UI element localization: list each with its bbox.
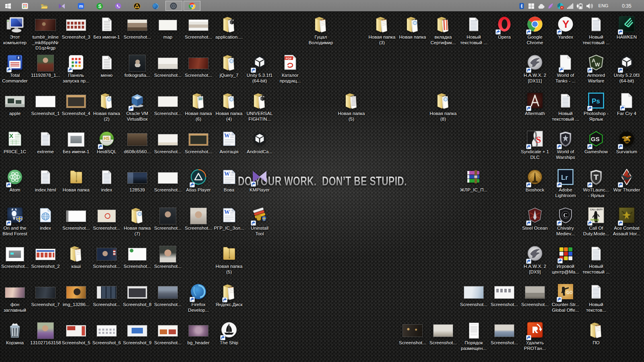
svg-text:HS: HS — [104, 136, 110, 141]
svg-text:X: X — [9, 132, 13, 139]
svg-text:S: S — [536, 134, 541, 145]
svg-text:CALL·DUTY: CALL·DUTY — [590, 208, 603, 211]
svg-text:GO: GO — [566, 290, 573, 295]
svg-text:W: W — [224, 209, 230, 215]
svg-text:W: W — [224, 133, 230, 139]
svg-text:m: m — [79, 4, 83, 8]
svg-text:W: W — [595, 62, 600, 68]
svg-text:Y: Y — [562, 18, 569, 30]
svg-text:W: W — [224, 171, 230, 177]
svg-text:GS: GS — [591, 136, 600, 142]
svg-text:PDF: PDF — [286, 57, 292, 60]
svg-text:S: S — [98, 4, 101, 9]
svg-text:Ps: Ps — [592, 97, 600, 105]
svg-text:C: C — [564, 212, 568, 218]
svg-text:Lr: Lr — [561, 174, 568, 181]
